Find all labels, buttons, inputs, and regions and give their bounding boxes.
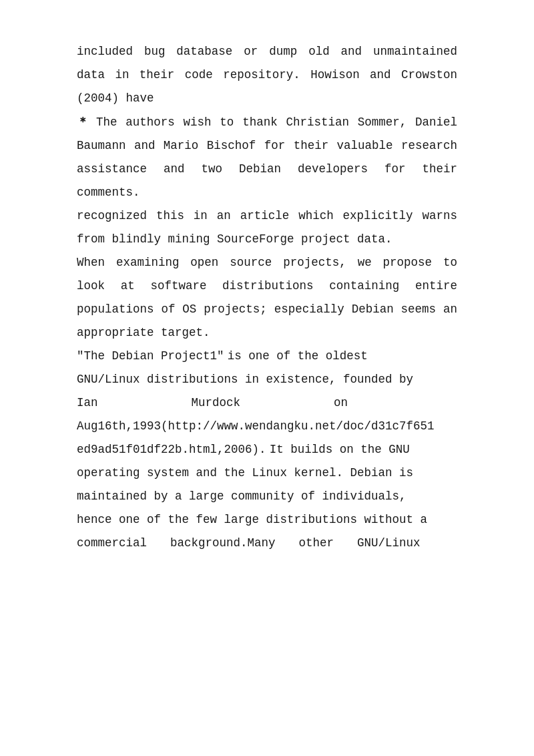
paragraph-4: "The Debian Project1" is one of the olde… (77, 345, 457, 555)
page-container: included bug database or dump old and un… (0, 0, 534, 756)
footnote-marker: ＊ (77, 116, 90, 129)
paragraph-1: included bug database or dump old and un… (77, 40, 457, 110)
para4-line1: "The Debian Project1" is one of the olde… (77, 349, 435, 550)
footnote-block: ＊ The authors wish to thank Christian So… (77, 110, 457, 204)
footnote-text: The authors wish to thank Christian Somm… (77, 116, 457, 199)
url-text: Aug16th,1993(http://www.wendangku.net/do… (77, 419, 435, 550)
main-text-block: included bug database or dump old and un… (77, 40, 457, 555)
paragraph-2: recognized this in an article which expl… (77, 204, 457, 251)
paragraph-3: When examining open source projects, we … (77, 251, 457, 345)
